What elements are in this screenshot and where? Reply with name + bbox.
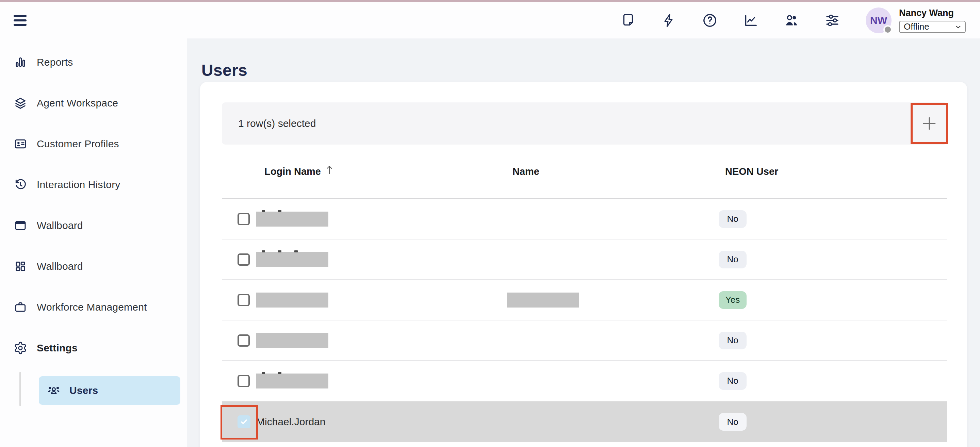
user-name: Nancy Wang xyxy=(899,8,966,18)
lightning-icon[interactable] xyxy=(661,12,677,29)
redacted-login-name xyxy=(256,293,328,307)
column-header-neon-user[interactable]: NEON User xyxy=(719,166,947,177)
document-icon[interactable] xyxy=(620,12,636,29)
table-row[interactable]: No xyxy=(222,361,947,401)
row-select-cell xyxy=(222,320,256,360)
analytics-icon[interactable] xyxy=(743,12,759,29)
name-cell xyxy=(507,280,719,320)
sidebar-item-label: Interaction History xyxy=(37,179,121,191)
sidebar-item-users[interactable]: Users xyxy=(39,376,180,405)
status-offline-dot xyxy=(883,25,892,34)
preferences-icon[interactable] xyxy=(824,12,840,29)
app-window: NW Nancy Wang Offline Reports xyxy=(0,0,980,447)
status-select[interactable]: Offline xyxy=(899,21,966,33)
sidebar-item-label: Workforce Management xyxy=(37,301,147,313)
table-row[interactable]: No xyxy=(222,320,947,361)
top-icon-row xyxy=(620,12,840,29)
selection-count-text: 1 row(s) selected xyxy=(238,118,316,129)
neon-user-cell: No xyxy=(719,320,947,360)
sidebar-item-label: Wallboard xyxy=(37,261,83,272)
login-name-cell xyxy=(256,280,507,320)
neon-user-badge: Yes xyxy=(719,291,746,309)
avatar[interactable]: NW xyxy=(865,8,891,33)
name-cell xyxy=(507,240,719,279)
user-group-icon xyxy=(47,384,60,397)
table-row-selected[interactable]: Michael.Jordan No xyxy=(222,401,947,442)
redacted-text-peek xyxy=(262,372,282,374)
redacted-name xyxy=(507,293,579,307)
redacted-login-name xyxy=(256,374,328,388)
sidebar-item-wallboard-2[interactable]: Wallboard xyxy=(0,246,187,287)
menu-toggle-button[interactable] xyxy=(14,15,27,26)
user-info: Nancy Wang Offline xyxy=(899,8,966,33)
bar-chart-icon xyxy=(14,56,27,69)
table-header-row: Login Name Name NEON User xyxy=(222,145,947,199)
add-user-button[interactable] xyxy=(921,115,938,132)
neon-user-cell: No xyxy=(719,361,947,401)
page-title: Users xyxy=(202,61,247,80)
gear-icon xyxy=(14,341,27,355)
neon-user-cell: No xyxy=(719,199,947,239)
user-area: NW Nancy Wang Offline xyxy=(865,8,966,33)
sidebar-item-reports[interactable]: Reports xyxy=(0,42,187,83)
table-row[interactable]: No xyxy=(222,199,947,240)
row-checkbox[interactable] xyxy=(237,213,250,225)
sidebar-item-label: Customer Profiles xyxy=(37,138,119,150)
neon-user-badge: No xyxy=(719,372,746,390)
sidebar-item-label: Users xyxy=(69,385,98,396)
history-icon xyxy=(14,178,27,191)
sidebar-item-wallboard[interactable]: Wallboard xyxy=(0,205,187,246)
column-header-login-name[interactable]: Login Name xyxy=(256,166,507,177)
status-select-value: Offline xyxy=(904,21,929,32)
sidebar: Reports Agent Workspace Customer Profile… xyxy=(0,38,187,447)
row-select-cell xyxy=(222,361,256,401)
dashboard-icon xyxy=(14,259,27,273)
plus-icon xyxy=(921,115,938,132)
sidebar-item-settings[interactable]: Settings xyxy=(0,328,187,368)
row-checkbox[interactable] xyxy=(237,334,250,347)
redacted-login-name xyxy=(256,252,328,267)
avatar-initials: NW xyxy=(870,14,887,26)
sort-ascending-icon xyxy=(326,165,333,175)
row-checkbox[interactable] xyxy=(237,294,250,306)
sidebar-item-label: Agent Workspace xyxy=(37,97,118,109)
main-content: Users 1 row(s) selected Login Name xyxy=(187,38,980,447)
redacted-login-name xyxy=(256,212,328,227)
row-select-cell xyxy=(222,401,256,442)
table-row[interactable]: No xyxy=(222,240,947,280)
sidebar-item-workforce-management[interactable]: Workforce Management xyxy=(0,287,187,328)
table-row[interactable]: Yes xyxy=(222,280,947,320)
neon-user-badge: No xyxy=(719,210,746,228)
login-name-cell xyxy=(256,320,507,360)
login-name-text: Michael.Jordan xyxy=(256,416,325,428)
tree-indent-line xyxy=(19,372,21,406)
login-name-cell xyxy=(256,240,507,279)
id-card-icon xyxy=(14,137,27,151)
row-select-cell xyxy=(222,280,256,320)
column-header-name[interactable]: Name xyxy=(507,166,719,177)
sidebar-item-customer-profiles[interactable]: Customer Profiles xyxy=(0,124,187,164)
briefcase-icon xyxy=(14,301,27,314)
selection-toolbar: 1 row(s) selected xyxy=(222,102,947,145)
users-table: Login Name Name NEON User xyxy=(222,145,947,442)
top-bar-right: NW Nancy Wang Offline xyxy=(620,8,966,33)
login-name-cell: Michael.Jordan xyxy=(256,401,507,442)
annotation-highlight-add-button xyxy=(911,103,948,144)
row-checkbox[interactable] xyxy=(237,253,250,266)
row-checkbox[interactable] xyxy=(237,375,250,387)
sidebar-item-agent-workspace[interactable]: Agent Workspace xyxy=(0,83,187,124)
neon-user-badge: No xyxy=(719,332,746,349)
row-select-cell xyxy=(222,199,256,239)
help-icon[interactable] xyxy=(702,12,718,29)
chevron-down-icon xyxy=(954,23,962,31)
neon-user-cell: No xyxy=(719,240,947,279)
neon-user-cell: No xyxy=(719,401,947,442)
neon-user-badge: No xyxy=(719,251,746,269)
login-name-cell xyxy=(256,361,507,401)
redacted-text-peek xyxy=(262,250,298,253)
redacted-text-peek xyxy=(262,210,282,212)
redacted-login-name xyxy=(256,333,328,348)
contacts-icon[interactable] xyxy=(783,12,800,29)
sidebar-item-interaction-history[interactable]: Interaction History xyxy=(0,164,187,205)
sidebar-item-label: Settings xyxy=(37,342,78,354)
